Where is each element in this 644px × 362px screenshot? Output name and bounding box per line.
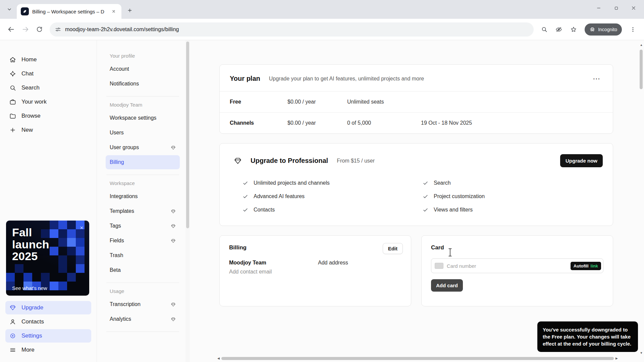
site-settings-icon[interactable]: [55, 26, 61, 33]
preview-hidden-icon[interactable]: [552, 23, 565, 36]
app-content: Home Chat Search Your work Browse New: [0, 40, 644, 362]
nav-item-integrations[interactable]: Integrations: [106, 189, 180, 203]
autofill-link-label: link: [591, 263, 598, 268]
vertical-scrollbar[interactable]: ▲ ▼: [639, 44, 644, 355]
plan-price: $0.00 / year: [287, 99, 347, 105]
promo-close-icon[interactable]: [78, 224, 85, 231]
sidebar-item-label: Your work: [21, 99, 47, 105]
scroll-down-icon[interactable]: ▼: [640, 352, 643, 355]
plan-name: Channels: [230, 120, 287, 126]
card-number-input[interactable]: [447, 263, 567, 269]
sidebar-item-more[interactable]: More: [5, 343, 91, 357]
sidebar-item-new[interactable]: New: [5, 123, 91, 137]
sidebar-item-upgrade[interactable]: Upgrade: [5, 301, 91, 314]
scroll-right-icon[interactable]: ▶: [615, 357, 618, 360]
nav-section-title: Workspace: [110, 180, 176, 186]
sidebar-item-settings[interactable]: Settings: [5, 329, 91, 343]
gem-icon: [9, 304, 16, 311]
nav-item-templates[interactable]: Templates: [106, 204, 180, 218]
bookmark-star-icon[interactable]: [567, 23, 580, 36]
search-icon: [9, 84, 16, 91]
upgrade-title: Upgrade to Professional: [251, 157, 328, 165]
nav-item-beta[interactable]: Beta: [106, 263, 180, 277]
plan-menu-icon[interactable]: ⋯: [591, 76, 603, 82]
edit-billing-button[interactable]: Edit: [383, 243, 403, 254]
nav-item-label: Fields: [110, 238, 124, 244]
upgrade-now-button[interactable]: Upgrade now: [560, 154, 603, 167]
sidebar-item-contacts[interactable]: Contacts: [5, 315, 91, 328]
sidebar-item-label: Home: [21, 56, 37, 63]
address-input[interactable]: moodjoy-team-2h2v.dovetail.com/settings/…: [50, 22, 534, 37]
promo-link[interactable]: See what's new: [12, 285, 47, 291]
url-text: moodjoy-team-2h2v.dovetail.com/settings/…: [65, 26, 179, 33]
sidebar-item-chat[interactable]: Chat: [5, 67, 91, 80]
sidebar-item-search[interactable]: Search: [5, 81, 91, 95]
minimize-icon[interactable]: [591, 2, 606, 14]
new-tab-button[interactable]: [124, 5, 136, 16]
zoom-icon[interactable]: [538, 23, 550, 36]
check-icon: [243, 194, 248, 199]
autofill-label: Autofill: [574, 263, 589, 268]
browser-menu-icon[interactable]: [627, 23, 639, 36]
nav-item-billing[interactable]: Billing: [106, 155, 180, 169]
nav-item-transcription[interactable]: Transcription: [106, 297, 180, 311]
nav-item-fields[interactable]: Fields: [106, 234, 180, 248]
menu-icon: [9, 347, 16, 353]
maximize-icon[interactable]: [608, 2, 624, 14]
sidebar-item-browse[interactable]: Browse: [5, 109, 91, 123]
plus-icon: [9, 127, 16, 133]
plan-row-channels: Channels $0.00 / year 0 of 5,000 19 Oct …: [220, 112, 613, 133]
gem-icon: [171, 302, 176, 307]
sidebar-item-your-work[interactable]: Your work: [5, 95, 91, 109]
nav-item-user-groups[interactable]: User groups: [106, 140, 180, 155]
scrollbar-thumb[interactable]: [186, 42, 189, 228]
nav-item-notifications[interactable]: Notifications: [106, 77, 180, 91]
forward-icon[interactable]: [19, 23, 32, 36]
nav-section-title: Moodjoy Team: [110, 102, 176, 108]
divider: [106, 96, 179, 97]
folder-icon: [9, 113, 16, 119]
nav-item-tags[interactable]: Tags: [106, 219, 180, 233]
reload-icon[interactable]: [33, 23, 46, 36]
autofill-badge[interactable]: Autofill link: [571, 262, 601, 270]
fall-launch-promo-card[interactable]: Fall launch 2025 See what's new: [6, 221, 89, 296]
settings-nav-scrollbar[interactable]: [185, 40, 190, 362]
feature-label: Search: [434, 180, 451, 186]
sidebar-item-label: Upgrade: [21, 304, 43, 311]
add-contact-email-link[interactable]: Add contact email: [229, 269, 318, 275]
nav-item-account[interactable]: Account: [106, 62, 180, 76]
sidebar-item-label: Search: [21, 84, 40, 91]
scroll-left-icon[interactable]: ◀: [217, 357, 220, 360]
briefcase-icon: [9, 99, 16, 105]
sidebar-item-home[interactable]: Home: [5, 53, 91, 66]
tab-search-chevron-icon[interactable]: [4, 4, 15, 15]
close-window-icon[interactable]: [626, 2, 641, 14]
feature-item: Unlimited projects and channels: [243, 180, 423, 186]
nav-item-workspace-settings[interactable]: Workspace settings: [106, 111, 180, 125]
scrollbar-thumb[interactable]: [640, 50, 643, 89]
nav-item-label: Account: [110, 66, 129, 72]
add-card-button[interactable]: Add card: [431, 279, 463, 292]
nav-item-trash[interactable]: Trash: [106, 248, 180, 262]
billing-main: Your plan Upgrade your plan to get AI fe…: [190, 40, 644, 362]
back-icon[interactable]: [5, 23, 17, 36]
scrollbar-thumb[interactable]: [221, 357, 614, 360]
divider: [106, 283, 179, 283]
plan-detail: 0 of 5,000: [347, 120, 421, 126]
downgrade-toast: You've successfully downgraded to the Fr…: [537, 321, 638, 352]
credit-card-icon: [435, 263, 443, 269]
scroll-up-icon[interactable]: ▲: [640, 44, 643, 47]
nav-item-analytics[interactable]: Analytics: [106, 312, 180, 326]
nav-item-label: Workspace settings: [110, 115, 156, 121]
gem-icon: [171, 317, 176, 322]
plan-detail: Unlimited seats: [347, 99, 421, 105]
add-address-link[interactable]: Add address: [318, 260, 348, 266]
feature-item: Project customization: [423, 193, 603, 199]
check-icon: [243, 207, 248, 213]
nav-item-users[interactable]: Users: [106, 126, 180, 140]
browser-tab[interactable]: Billing – Workspace settings – D: [17, 4, 121, 19]
sidebar-item-label: Contacts: [21, 318, 44, 325]
horizontal-scrollbar[interactable]: ◀ ▶: [217, 356, 618, 361]
text-cursor: [448, 248, 452, 257]
tab-close-icon[interactable]: [110, 8, 117, 15]
